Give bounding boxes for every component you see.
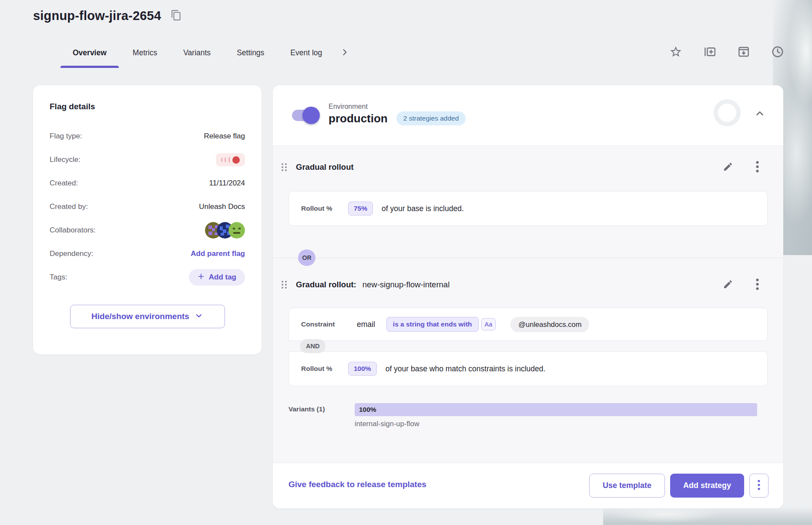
history-button[interactable] <box>769 44 786 61</box>
rollout-text-2: of your base who match constraints is in… <box>386 364 546 374</box>
dependency-label: Dependency: <box>50 249 93 258</box>
flag-type-row: Flag type: Release flag <box>50 125 245 148</box>
pencil-icon <box>723 279 733 291</box>
edit-strategy-button[interactable] <box>721 277 735 293</box>
strategy-menu-button[interactable] <box>754 276 761 293</box>
archive-button[interactable] <box>735 44 752 61</box>
case-sensitivity-chip: Aa <box>481 318 496 330</box>
tab-event-log-label: Event log <box>290 48 322 57</box>
page-header: signup-flow-jira-2654 <box>33 8 184 24</box>
collapse-environment-button[interactable] <box>752 106 767 122</box>
edit-strategy-button[interactable] <box>721 160 735 175</box>
copy-feature-button[interactable] <box>701 44 718 61</box>
created-value: 11/11/2024 <box>209 179 245 188</box>
footer-buttons: Use template Add strategy <box>589 474 768 498</box>
strategy-1-title: Gradual rollout <box>296 162 354 172</box>
strategy-2-name: new-signup-flow-internal <box>362 280 450 289</box>
tab-settings-label: Settings <box>237 48 264 57</box>
page-title: signup-flow-jira-2654 <box>33 9 161 23</box>
environment-title-block: Environment production 2 strategies adde… <box>329 103 466 125</box>
clock-icon <box>771 45 784 60</box>
dependency-row: Dependency: Add parent flag <box>50 242 245 266</box>
rollout-label-2: Rollout % <box>301 365 348 373</box>
avatar-robot <box>228 222 245 239</box>
kebab-icon <box>756 278 759 292</box>
rollout-text-1: of your base is included. <box>382 204 464 213</box>
tags-label: Tags: <box>50 273 67 282</box>
chevron-down-icon <box>195 311 203 322</box>
created-row: Created: 11/11/2024 <box>50 172 245 195</box>
created-by-row: Created by: Unleash Docs <box>50 195 245 219</box>
more-actions-button[interactable] <box>749 474 768 498</box>
strategy-2-header: Gradual rollout: new-signup-flow-interna… <box>278 278 450 291</box>
tab-bar: Overview Metrics Variants Settings Event… <box>60 38 351 67</box>
tab-overview-label: Overview <box>73 48 107 57</box>
rollout-percent-chip-1: 75% <box>348 202 373 215</box>
kebab-icon <box>758 480 760 491</box>
and-pill: AND <box>300 339 325 353</box>
copy-icon <box>171 10 182 22</box>
collaborators-label: Collaborators: <box>50 226 96 235</box>
lifecycle-label: Lifecycle: <box>50 155 81 164</box>
star-icon <box>669 45 682 60</box>
drag-handle-icon[interactable] <box>278 278 290 291</box>
tab-variants[interactable]: Variants <box>170 38 224 67</box>
flag-type-label: Flag type: <box>50 132 82 141</box>
use-template-button[interactable]: Use template <box>589 474 665 498</box>
rollout-percent-chip-2: 100% <box>348 362 377 376</box>
more-tabs-button[interactable] <box>339 46 351 60</box>
tab-settings[interactable]: Settings <box>224 38 277 67</box>
strategy-1-actions <box>721 159 761 176</box>
copy-add-icon <box>703 45 716 60</box>
or-pill: OR <box>298 249 315 266</box>
release-templates-feedback-link[interactable]: Give feedback to release templates <box>289 480 426 489</box>
strategy-1-header: Gradual rollout <box>278 161 354 174</box>
kebab-icon <box>756 161 759 174</box>
chevron-up-icon <box>754 108 765 121</box>
lifecycle-completed-icon[interactable] <box>216 153 245 166</box>
collaborators-row: Collaborators: <box>50 219 245 242</box>
tab-overview[interactable]: Overview <box>60 38 120 67</box>
strategies-count-badge: 2 strategies added <box>396 111 466 125</box>
environment-toggle[interactable] <box>292 110 317 121</box>
tab-metrics[interactable]: Metrics <box>120 38 170 67</box>
constraint-value-pill: @unleashdocs.com <box>510 317 589 332</box>
variant-name: internal-sign-up-flow <box>355 420 419 428</box>
environment-panel: Environment production 2 strategies adde… <box>273 85 783 508</box>
rollout-card-2: Rollout % 100% of your base who match co… <box>289 351 768 386</box>
drag-handle-icon[interactable] <box>278 161 290 174</box>
variant-bar: 100% <box>355 403 757 416</box>
plus-icon <box>198 273 205 282</box>
environment-name: production <box>329 112 388 125</box>
created-by-value: Unleash Docs <box>199 202 245 211</box>
created-label: Created: <box>50 179 78 188</box>
collaborator-avatars <box>205 222 245 239</box>
strategy-divider <box>273 258 783 258</box>
add-parent-flag-link[interactable]: Add parent flag <box>191 249 245 258</box>
archive-icon <box>737 45 750 60</box>
lifecycle-row: Lifecycle: <box>50 148 245 172</box>
constraint-card: Constraint email is a string that ends w… <box>289 308 768 341</box>
add-strategy-button[interactable]: Add strategy <box>670 474 744 498</box>
chevron-right-icon <box>340 48 349 58</box>
tab-metrics-label: Metrics <box>133 48 157 57</box>
variants-row: Variants (1) 100% internal-sign-up-flow <box>289 403 768 431</box>
constraint-field: email <box>357 320 375 329</box>
add-tag-button[interactable]: Add tag <box>189 269 245 286</box>
tags-row: Tags: Add tag <box>50 266 245 289</box>
variant-percent: 100% <box>359 406 376 414</box>
strategy-2-actions <box>721 276 761 293</box>
favorite-button[interactable] <box>668 44 684 61</box>
constraint-operator-chip: is a string that ends with <box>386 317 479 332</box>
rollout-label-1: Rollout % <box>301 205 348 212</box>
flag-type-value: Release flag <box>204 132 245 141</box>
strategies-list: Gradual rollout Rollout % 75% of your ba… <box>273 145 783 463</box>
toggle-knob <box>302 107 320 124</box>
tab-event-log[interactable]: Event log <box>277 38 335 67</box>
environment-footer: Give feedback to release templates Use t… <box>273 463 783 508</box>
pencil-icon <box>723 162 733 173</box>
hide-show-environments-button[interactable]: Hide/show environments <box>70 305 225 328</box>
constraint-label: Constraint <box>301 320 348 328</box>
copy-flag-name-button[interactable] <box>169 8 184 24</box>
strategy-menu-button[interactable] <box>754 159 761 176</box>
